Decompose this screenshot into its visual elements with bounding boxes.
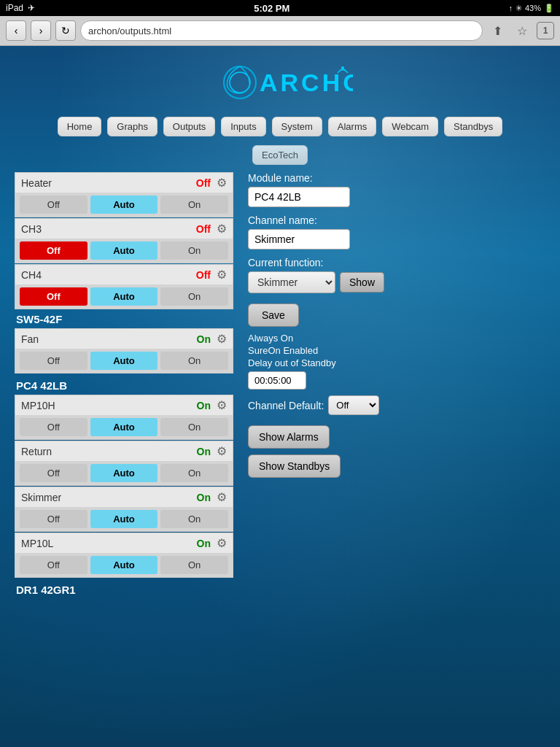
channel-return-name-row: Return On ⚙ <box>15 441 233 461</box>
nav-bar: Home Graphs Outputs Inputs System Alarms… <box>0 115 560 144</box>
channel-ch3-name-row: CH3 Off ⚙ <box>15 219 233 239</box>
mp10h-off-button[interactable]: Off <box>20 418 88 436</box>
nav-outputs[interactable]: Outputs <box>163 117 216 136</box>
channel-ch4-controls: Off Auto On <box>15 285 233 309</box>
channel-fan: Fan On ⚙ Off Auto On <box>15 328 233 374</box>
skimmer-off-button[interactable]: Off <box>20 510 88 528</box>
return-on-button[interactable]: On <box>160 464 228 482</box>
fan-off-button[interactable]: Off <box>20 352 88 370</box>
channel-ch3-label: CH3 <box>21 223 196 235</box>
channel-mp10h-label: MP10H <box>21 400 197 411</box>
ch4-off-button[interactable]: Off <box>20 287 88 306</box>
module-pc4-label: PC4 42LB <box>15 376 233 395</box>
back-button[interactable]: ‹ <box>6 20 26 41</box>
channel-return-label: Return <box>21 446 197 457</box>
ch3-off-button[interactable]: Off <box>20 241 88 260</box>
nav-ecotech[interactable]: EcoTech <box>252 145 308 165</box>
nav-system[interactable]: System <box>272 117 322 136</box>
forward-button[interactable]: › <box>31 20 51 41</box>
tab-count[interactable]: 1 <box>537 22 554 39</box>
fan-on-button[interactable]: On <box>160 352 228 370</box>
channel-ch4-label: CH4 <box>21 269 196 281</box>
delay-label-text: Delay out of Standby <box>248 357 545 368</box>
show-function-button[interactable]: Show <box>340 272 384 293</box>
channel-heater-gear-icon[interactable]: ⚙ <box>217 176 227 190</box>
fan-auto-button[interactable]: Auto <box>90 352 158 370</box>
channel-mp10h-status: On <box>197 400 211 411</box>
channel-ch3-gear-icon[interactable]: ⚙ <box>217 222 227 236</box>
channel-heater: Heater Off ⚙ Off Auto On <box>15 172 233 217</box>
nav-graphs[interactable]: Graphs <box>107 117 158 136</box>
share-button[interactable]: ⬆ <box>487 20 508 41</box>
save-button[interactable]: Save <box>248 303 299 327</box>
module-sw5-label: SW5-42F <box>15 310 233 328</box>
heater-auto-button[interactable]: Auto <box>90 196 158 214</box>
module-pc4: PC4 42LB MP10H On ⚙ Off Auto On <box>15 376 233 578</box>
nav-webcam[interactable]: Webcam <box>382 117 438 136</box>
status-bar: iPad ✈ 5:02 PM ↑ ✳ 43% 🔋 <box>0 0 560 16</box>
mp10l-auto-button[interactable]: Auto <box>90 556 158 574</box>
channel-heater-controls: Off Auto On <box>15 193 233 217</box>
show-alarms-button[interactable]: Show Alarms <box>248 425 330 449</box>
channel-mp10h-gear-icon[interactable]: ⚙ <box>217 398 227 412</box>
status-time: 5:02 PM <box>254 3 289 14</box>
channel-fan-label: Fan <box>21 333 197 345</box>
channel-mp10l-gear-icon[interactable]: ⚙ <box>217 536 227 550</box>
sureon-text: SureOn Enabled <box>248 345 545 356</box>
channel-return-status: On <box>197 446 211 457</box>
channel-ch4-gear-icon[interactable]: ⚙ <box>217 268 227 282</box>
function-select[interactable]: Skimmer Always On Light Wavemaker <box>248 271 335 293</box>
skimmer-on-button[interactable]: On <box>160 510 228 528</box>
nav-alarms[interactable]: Alarms <box>328 117 376 136</box>
channel-fan-status: On <box>197 333 211 345</box>
channel-ch3: CH3 Off ⚙ Off Auto On <box>15 218 233 263</box>
channel-return-gear-icon[interactable]: ⚙ <box>217 444 227 458</box>
mp10l-off-button[interactable]: Off <box>20 556 88 574</box>
channel-skimmer-gear-icon[interactable]: ⚙ <box>217 490 227 504</box>
channel-name-input[interactable] <box>248 229 350 249</box>
channel-default-row: Channel Default: Off On Auto <box>248 395 545 415</box>
mp10h-auto-button[interactable]: Auto <box>90 418 158 436</box>
channel-skimmer: Skimmer On ⚙ Off Auto On <box>15 487 233 532</box>
nav-standbys[interactable]: Standbys <box>444 117 502 136</box>
channel-skimmer-controls: Off Auto On <box>15 507 233 531</box>
channel-return: Return On ⚙ Off Auto On <box>15 441 233 486</box>
channel-name-label: Channel name: <box>248 214 545 226</box>
battery-label: 43% <box>525 4 541 12</box>
ch4-on-button[interactable]: On <box>160 287 228 306</box>
heater-on-button[interactable]: On <box>160 196 228 214</box>
ch4-auto-button[interactable]: Auto <box>90 287 158 306</box>
function-row: Skimmer Always On Light Wavemaker Show <box>248 271 545 293</box>
svg-text:ARCHON: ARCHON <box>260 69 353 96</box>
skimmer-auto-button[interactable]: Auto <box>90 510 158 528</box>
channel-skimmer-label: Skimmer <box>21 492 197 503</box>
battery-icon: 🔋 <box>544 4 554 13</box>
delay-input[interactable] <box>248 371 306 390</box>
heater-off-button[interactable]: Off <box>20 196 88 214</box>
channel-mp10l: MP10L On ⚙ Off Auto On <box>15 533 233 578</box>
outputs-panel: Heater Off ⚙ Off Auto On CH3 Off ⚙ <box>15 172 233 599</box>
ch3-on-button[interactable]: On <box>160 241 228 260</box>
return-off-button[interactable]: Off <box>20 464 88 482</box>
mp10l-on-button[interactable]: On <box>160 556 228 574</box>
channel-heater-label: Heater <box>21 177 196 189</box>
ch3-auto-button[interactable]: Auto <box>90 241 158 260</box>
return-auto-button[interactable]: Auto <box>90 464 158 482</box>
channel-ch3-controls: Off Auto On <box>15 239 233 263</box>
show-standbys-button[interactable]: Show Standbys <box>248 454 341 478</box>
nav-home[interactable]: Home <box>58 117 102 136</box>
channel-default-select[interactable]: Off On Auto <box>328 395 379 415</box>
reload-button[interactable]: ↻ <box>55 20 76 41</box>
channel-mp10l-status: On <box>197 538 211 549</box>
address-bar[interactable] <box>80 20 483 41</box>
module-name-input[interactable] <box>248 187 350 207</box>
channel-fan-controls: Off Auto On <box>15 349 233 373</box>
channel-default-label: Channel Default: <box>248 400 324 411</box>
channel-mp10l-controls: Off Auto On <box>15 553 233 577</box>
bookmark-button[interactable]: ☆ <box>512 20 532 41</box>
channel-heater-name-row: Heater Off ⚙ <box>15 173 233 193</box>
nav-inputs[interactable]: Inputs <box>221 117 265 136</box>
module-dr1-label: DR1 42GR1 <box>15 581 233 599</box>
mp10h-on-button[interactable]: On <box>160 418 228 436</box>
channel-fan-gear-icon[interactable]: ⚙ <box>217 332 227 346</box>
